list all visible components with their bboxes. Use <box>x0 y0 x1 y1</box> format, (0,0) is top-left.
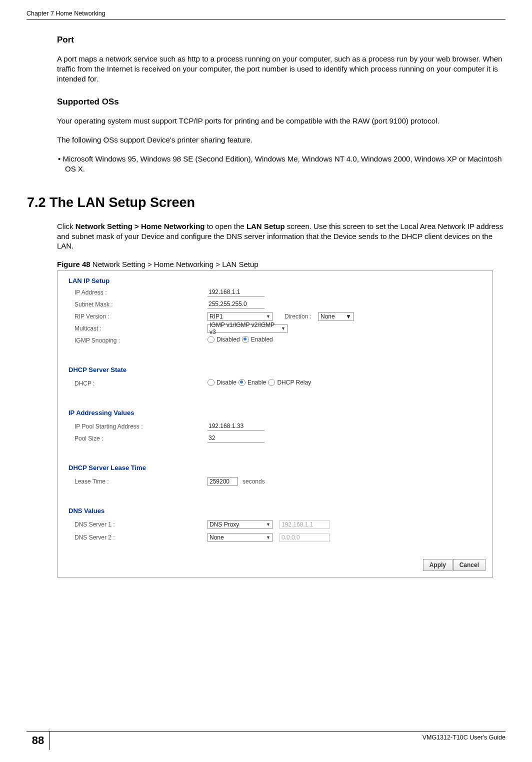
radio-dhcp-enable[interactable] <box>238 379 246 386</box>
figure-caption-text: Network Setting > Home Networking > LAN … <box>90 260 258 268</box>
section-dns-values: DNS Values <box>68 507 104 514</box>
radio-igmp-disabled-label: Disabled <box>216 336 240 343</box>
select-rip-version-value: RIP1 <box>210 313 223 320</box>
para-lan-bold2: LAN Setup <box>246 222 285 230</box>
radio-group-igmp: Disabled Enabled <box>208 336 273 343</box>
input-dns-server-2-ip: 0.0.0.0 <box>280 533 330 542</box>
radio-igmp-enabled[interactable] <box>242 336 249 343</box>
para-lan-mid1: to open the <box>204 222 246 230</box>
label-multicast: Multicast : <box>74 325 102 332</box>
header-rule <box>26 19 506 20</box>
radio-dhcp-disable-label: Disable <box>216 379 236 386</box>
para-os-2: The following OSs support Device's print… <box>57 135 506 145</box>
para-lan: Click Network Setting > Home Networking … <box>57 222 506 252</box>
select-multicast-value: IGMP v1/IGMP v2/IGMP v3 <box>210 322 281 336</box>
radio-dhcp-enable-label: Enable <box>248 379 266 386</box>
label-dns-server-1: DNS Server 1 : <box>74 521 115 528</box>
para-port: A port maps a network service such as ht… <box>57 54 506 84</box>
chevron-down-icon: ▼ <box>346 313 352 320</box>
label-rip-version: RIP Version : <box>74 313 110 320</box>
input-lease-time[interactable]: 259200 <box>208 477 238 486</box>
cancel-button[interactable]: Cancel <box>453 559 486 571</box>
select-dns-server-2-value: None <box>210 534 224 541</box>
radio-group-dhcp: Disable Enable DHCP Relay <box>208 379 311 386</box>
figure-label: Figure 48 <box>57 260 90 268</box>
label-direction: Direction : <box>284 313 312 320</box>
heading-lan-setup: 7.2 The LAN Setup Screen <box>27 195 506 210</box>
para-lan-bold1: Network Setting > Home Networking <box>76 222 205 230</box>
bullet-os: • Microsoft Windows 95, Windows 98 SE (S… <box>57 154 506 174</box>
radio-igmp-disabled[interactable] <box>208 336 214 343</box>
apply-button[interactable]: Apply <box>423 559 452 571</box>
heading-supported-os: Supported OSs <box>57 97 506 107</box>
select-rip-version[interactable]: RIP1 ▼ <box>208 312 272 321</box>
chapter-title: Chapter 7 Home Networking <box>26 10 106 17</box>
label-pool-size: Pool Size : <box>74 435 103 442</box>
radio-dhcp-relay[interactable] <box>268 379 275 386</box>
label-ip-pool-start: IP Pool Starting Address : <box>74 423 143 430</box>
select-dns-server-1[interactable]: DNS Proxy ▼ <box>208 520 272 529</box>
section-dhcp-server-state: DHCP Server State <box>68 366 126 374</box>
select-dns-server-1-value: DNS Proxy <box>210 521 239 528</box>
radio-dhcp-relay-label: DHCP Relay <box>277 379 311 386</box>
para-os-1: Your operating system must support TCP/I… <box>57 116 506 126</box>
chevron-down-icon: ▼ <box>266 314 270 319</box>
input-ip-address[interactable]: 192.168.1.1 <box>208 288 264 296</box>
lan-setup-screenshot: LAN IP Setup IP Address : 192.168.1.1 Su… <box>57 270 493 578</box>
input-dns-server-1-ip: 192.168.1.1 <box>280 520 330 529</box>
chevron-down-icon: ▼ <box>266 535 270 540</box>
input-pool-size[interactable]: 32 <box>208 434 264 442</box>
input-ip-pool-start[interactable]: 192.168.1.33 <box>208 422 264 430</box>
page-number: 88 <box>26 731 50 750</box>
chevron-down-icon: ▼ <box>281 326 286 331</box>
section-dhcp-lease-time: DHCP Server Lease Time <box>68 464 146 472</box>
section-ip-addressing-values: IP Addressing Values <box>68 409 134 416</box>
footer-guide: VMG1312-T10C User's Guide <box>422 734 506 741</box>
section-lan-ip-setup: LAN IP Setup <box>68 277 110 284</box>
radio-dhcp-disable[interactable] <box>208 379 214 386</box>
label-dns-server-2: DNS Server 2 : <box>74 534 115 541</box>
label-lease-unit: seconds <box>242 478 265 485</box>
select-direction-value: None <box>320 313 335 320</box>
select-direction[interactable]: None ▼ <box>318 312 354 321</box>
radio-igmp-enabled-label: Enabled <box>251 336 273 343</box>
label-subnet-mask: Subnet Mask : <box>74 301 113 308</box>
chevron-down-icon: ▼ <box>266 522 270 527</box>
label-lease-time: Lease Time : <box>74 478 109 485</box>
label-dhcp: DHCP : <box>74 380 94 387</box>
select-multicast[interactable]: IGMP v1/IGMP v2/IGMP v3 ▼ <box>208 324 288 333</box>
select-dns-server-2[interactable]: None ▼ <box>208 533 272 542</box>
para-lan-pre: Click <box>57 222 76 230</box>
label-igmp-snooping: IGMP Snooping : <box>74 337 120 344</box>
input-subnet-mask[interactable]: 255.255.255.0 <box>208 300 264 308</box>
label-ip-address: IP Address : <box>74 289 106 296</box>
figure-caption: Figure 48 Network Setting > Home Network… <box>57 260 506 268</box>
heading-port: Port <box>57 35 506 45</box>
footer-rule <box>26 732 506 732</box>
